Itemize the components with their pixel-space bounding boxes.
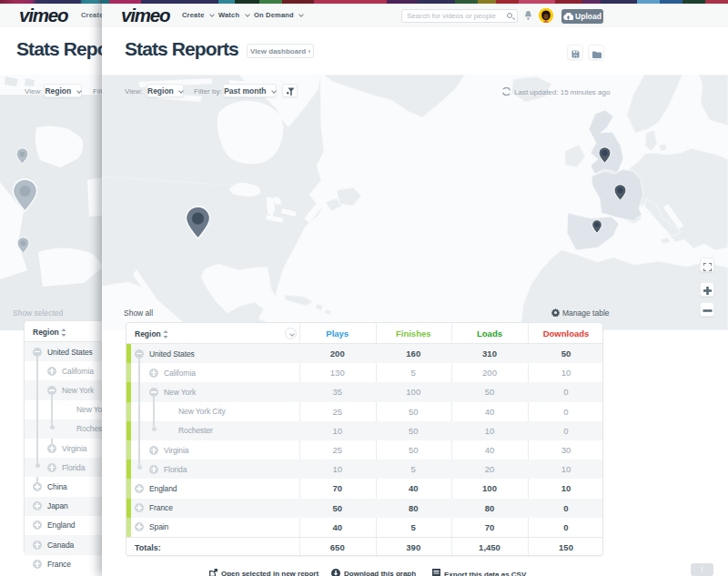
- svg-text:vimeo: vimeo: [19, 6, 68, 25]
- svg-text:vimeo: vimeo: [121, 6, 170, 25]
